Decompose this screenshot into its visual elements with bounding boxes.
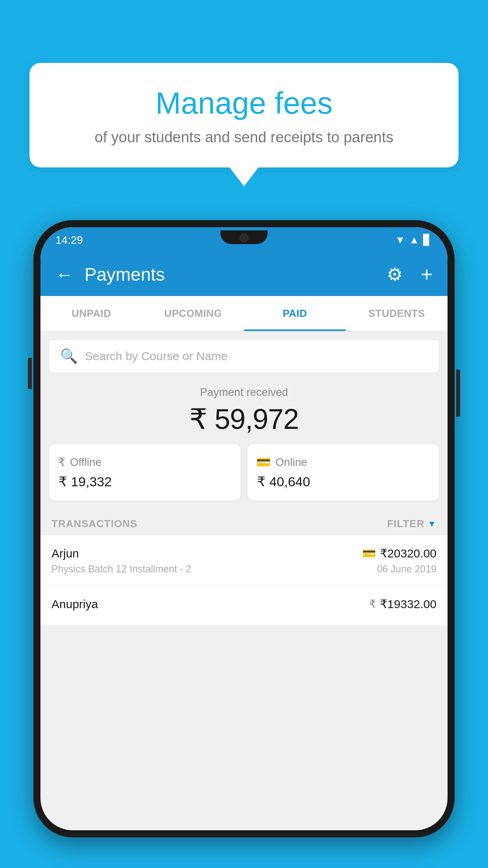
app-bar: ← Payments ⚙ + xyxy=(40,253,448,296)
transaction-item[interactable]: Arjun 💳 ₹20320.00 Physics Batch 12 Insta… xyxy=(40,535,448,586)
front-camera xyxy=(240,234,248,242)
app-title: Payments xyxy=(84,264,376,285)
bubble-title: Manage fees xyxy=(49,86,439,120)
transaction-name: Arjun xyxy=(51,547,79,560)
phone-screen: 14:29 ▼ ▲ ▊ ← Payments ⚙ + UNPAID xyxy=(40,227,448,830)
volume-button xyxy=(28,358,32,389)
offline-icon: ₹ xyxy=(58,455,65,469)
status-time: 14:29 xyxy=(55,234,83,246)
status-icons: ▼ ▲ ▊ xyxy=(395,234,431,246)
transaction-name: Anupriya xyxy=(51,598,98,611)
battery-icon: ▊ xyxy=(423,234,431,246)
transaction-date: 06 June 2019 xyxy=(377,563,437,575)
tab-paid[interactable]: PAID xyxy=(244,296,346,331)
transaction-amount: ₹19332.00 xyxy=(380,597,437,611)
offline-amount: ₹ 19,332 xyxy=(59,474,232,489)
tab-unpaid[interactable]: UNPAID xyxy=(40,296,142,331)
transaction-payment-icon: 💳 xyxy=(362,547,376,560)
offline-label: Offline xyxy=(70,456,101,469)
tab-students[interactable]: STUDENTS xyxy=(346,296,448,331)
speech-bubble: Manage fees of your students and send re… xyxy=(29,63,459,167)
payment-received-amount: ₹ 59,972 xyxy=(49,403,439,436)
transactions-label: TRANSACTIONS xyxy=(51,518,138,530)
transaction-item[interactable]: Anupriya ₹ ₹19332.00 xyxy=(40,586,448,625)
bubble-subtitle: of your students and send receipts to pa… xyxy=(49,129,439,146)
settings-button[interactable]: ⚙ xyxy=(387,264,403,285)
payment-received-label: Payment received xyxy=(49,386,439,399)
content-area: 🔍 Search by Course or Name Payment recei… xyxy=(40,331,448,625)
back-button[interactable]: ← xyxy=(55,264,73,285)
signal-icon: ▲ xyxy=(409,234,419,246)
search-icon: 🔍 xyxy=(60,348,78,364)
filter-icon: ▼ xyxy=(427,519,437,529)
transaction-amount: ₹20320.00 xyxy=(380,546,437,560)
filter-button[interactable]: FILTER ▼ xyxy=(387,518,437,530)
transaction-amount-wrap: 💳 ₹20320.00 xyxy=(362,546,437,560)
phone-container: 14:29 ▼ ▲ ▊ ← Payments ⚙ + UNPAID xyxy=(33,220,455,868)
payment-summary: Payment received ₹ 59,972 xyxy=(40,372,448,444)
add-button[interactable]: + xyxy=(421,263,433,286)
power-button xyxy=(456,370,460,417)
transactions-header: TRANSACTIONS FILTER ▼ xyxy=(40,509,448,535)
tab-upcoming[interactable]: UPCOMING xyxy=(142,296,244,331)
wifi-icon: ▼ xyxy=(395,234,405,246)
transaction-payment-icon: ₹ xyxy=(369,598,376,611)
online-amount: ₹ 40,640 xyxy=(257,474,430,489)
search-bar[interactable]: 🔍 Search by Course or Name xyxy=(49,340,439,372)
filter-label: FILTER xyxy=(387,518,424,530)
online-label: Online xyxy=(275,456,307,469)
phone-notch xyxy=(220,230,268,244)
tab-bar: UNPAID UPCOMING PAID STUDENTS xyxy=(40,296,448,331)
transaction-amount-wrap: ₹ ₹19332.00 xyxy=(369,597,437,611)
phone-frame: 14:29 ▼ ▲ ▊ ← Payments ⚙ + UNPAID xyxy=(33,220,455,837)
online-icon: 💳 xyxy=(256,455,271,469)
search-placeholder: Search by Course or Name xyxy=(85,349,228,363)
payment-cards: ₹ Offline ₹ 19,332 💳 Online ₹ 40,640 xyxy=(40,444,448,509)
offline-payment-card: ₹ Offline ₹ 19,332 xyxy=(49,444,240,500)
transaction-detail: Physics Batch 12 Installment - 2 xyxy=(51,563,191,575)
online-payment-card: 💳 Online ₹ 40,640 xyxy=(248,444,439,500)
